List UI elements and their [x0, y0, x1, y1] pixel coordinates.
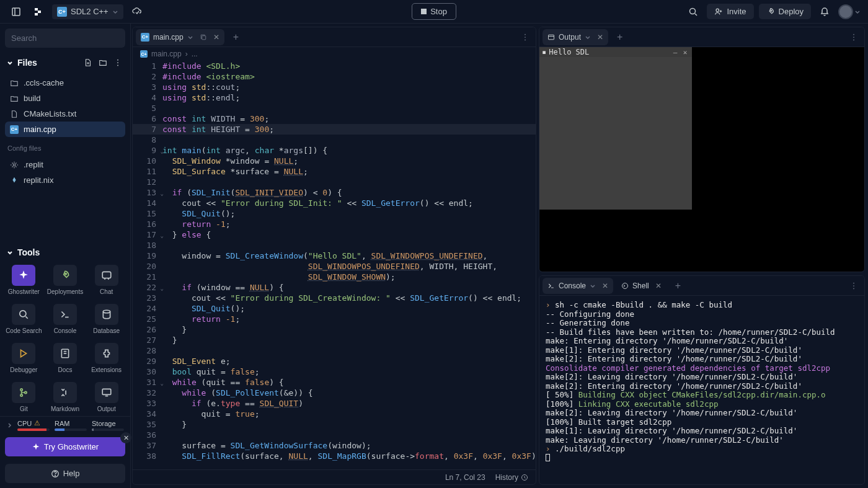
try-ghostwriter-button[interactable]: Try Ghostwriter [5, 437, 125, 456]
help-icon [51, 469, 60, 478]
cpp-badge-icon: C+ [140, 50, 148, 58]
output-tab[interactable]: Output ✕ [542, 29, 608, 45]
sdl-window[interactable]: ▪ Hello SDL — ✕ [539, 47, 692, 210]
config-file-item[interactable]: replit.nix [5, 172, 125, 188]
tool-git[interactable]: Git [4, 378, 44, 416]
history-icon [521, 474, 528, 481]
new-folder-icon[interactable] [97, 56, 109, 69]
close-tab-icon[interactable]: ✕ [597, 33, 603, 42]
close-tab-icon[interactable]: ✕ [213, 33, 219, 42]
replit-logo-icon[interactable] [30, 3, 47, 20]
rocket-icon [766, 7, 775, 16]
svg-point-19 [20, 311, 26, 317]
tool-output[interactable]: Output [86, 378, 126, 416]
history-button[interactable]: History [495, 473, 528, 482]
more-icon[interactable] [843, 33, 864, 42]
output-viewport[interactable]: ▪ Hello SDL — ✕ [539, 47, 864, 272]
svg-line-6 [695, 14, 697, 16]
user-menu[interactable] [838, 4, 861, 19]
svg-point-41 [853, 33, 854, 35]
sidebar: Search Files .ccls-cachebuildCMakeLists.… [0, 24, 131, 488]
user-plus-icon [714, 7, 723, 16]
svg-point-27 [20, 394, 22, 396]
svg-point-17 [65, 273, 66, 275]
tool-code-search[interactable]: Code Search [4, 300, 44, 338]
new-file-icon[interactable] [82, 56, 94, 69]
deploy-button[interactable]: Deploy [759, 4, 811, 19]
tool-console[interactable]: Console [45, 300, 86, 338]
code-editor[interactable]: 1#include <SDL.h>2#include <iostream>3us… [133, 61, 536, 469]
svg-point-47 [853, 285, 854, 286]
tool-debugger[interactable]: Debugger [4, 339, 44, 377]
tools-header[interactable]: Tools [0, 244, 130, 261]
close-icon[interactable]: ✕ [681, 48, 689, 56]
console-tab[interactable]: Console ✕ [542, 278, 613, 294]
editor-tab[interactable]: C+ main.cpp ✕ [136, 29, 224, 45]
search-icon[interactable] [684, 3, 702, 20]
file-item[interactable]: CMakeLists.txt [5, 106, 125, 122]
chevron-down-icon [590, 283, 596, 289]
files-header[interactable]: Files [0, 53, 130, 73]
svg-rect-3 [38, 11, 41, 13]
sidebar-toggle-icon[interactable] [7, 3, 25, 20]
breadcrumb[interactable]: C+ main.cpp › ... [133, 47, 536, 61]
close-tab-icon[interactable]: ✕ [602, 282, 608, 290]
close-tab-icon[interactable]: ✕ [655, 282, 662, 290]
tool-markdown[interactable]: Markdown [45, 378, 86, 416]
project-selector[interactable]: C+ SDL2 C++ [52, 4, 123, 19]
config-file-item[interactable]: .replit [5, 157, 125, 172]
tool-docs[interactable]: Docs [45, 339, 86, 377]
search-input[interactable]: Search [5, 29, 125, 48]
tool-database[interactable]: Database [86, 300, 126, 338]
add-tab-button[interactable]: + [229, 32, 242, 43]
svg-rect-39 [549, 35, 554, 40]
notifications-icon[interactable] [816, 3, 833, 20]
status-bar: Ln 7, Col 23 History [133, 469, 536, 484]
more-icon[interactable] [515, 33, 536, 42]
shell-tab[interactable]: Shell ✕ [616, 278, 666, 294]
config-files-label: Config files [0, 140, 130, 154]
svg-line-20 [26, 316, 28, 318]
tool-chat[interactable]: Chat [86, 261, 126, 299]
chevron-right-icon [6, 422, 12, 428]
editor-area: C+ main.cpp ✕ + C+ main.cpp › ... 1#incl… [132, 27, 536, 485]
warning-icon: ⚠ [34, 419, 40, 427]
stop-icon [421, 9, 427, 14]
tool-extensions[interactable]: Extensions [86, 339, 126, 377]
cpp-badge-icon: C+ [141, 33, 149, 42]
cloud-check-icon[interactable] [128, 3, 146, 20]
copy-icon[interactable] [200, 33, 207, 41]
minimize-icon[interactable]: — [671, 48, 680, 56]
svg-rect-2 [35, 8, 38, 11]
tool-ghostwriter[interactable]: Ghostwriter [4, 261, 44, 299]
svg-point-33 [55, 475, 55, 476]
project-name: SDL2 C++ [71, 7, 108, 16]
file-item[interactable]: C+main.cpp [5, 122, 125, 137]
resources-bar[interactable]: CPU⚠ RAM Storage [0, 416, 130, 433]
sdl-surface [539, 57, 692, 210]
chevron-down-icon [585, 34, 591, 40]
svg-point-14 [117, 62, 118, 63]
svg-point-42 [853, 37, 854, 38]
file-item[interactable]: .ccls-cache [5, 75, 125, 91]
chevron-down-icon [854, 9, 861, 15]
svg-point-10 [771, 10, 772, 11]
topbar: C+ SDL2 C++ Stop Invite [0, 0, 868, 24]
tool-deployments[interactable]: Deployments [45, 261, 86, 299]
avatar [838, 4, 853, 19]
file-item[interactable]: build [5, 91, 125, 106]
chevron-down-icon [187, 34, 193, 40]
invite-button[interactable]: Invite [707, 4, 753, 19]
stop-button[interactable]: Stop [412, 3, 456, 20]
svg-rect-30 [102, 389, 111, 394]
close-icon[interactable]: ✕ [120, 432, 131, 443]
svg-rect-0 [12, 8, 20, 16]
output-panel: Output ✕ + ▪ Hello SDL — [539, 27, 865, 272]
add-tab-button[interactable]: + [671, 280, 684, 291]
console-output[interactable]: › sh -c cmake -Bbuild . && make -C build… [539, 296, 864, 484]
more-icon[interactable] [112, 56, 124, 69]
more-icon[interactable] [843, 282, 864, 290]
help-button[interactable]: Help [5, 464, 125, 483]
console-panel: Console ✕ Shell ✕ + › sh -c cmake -Bbuil… [539, 275, 865, 485]
add-tab-button[interactable]: + [613, 32, 626, 43]
